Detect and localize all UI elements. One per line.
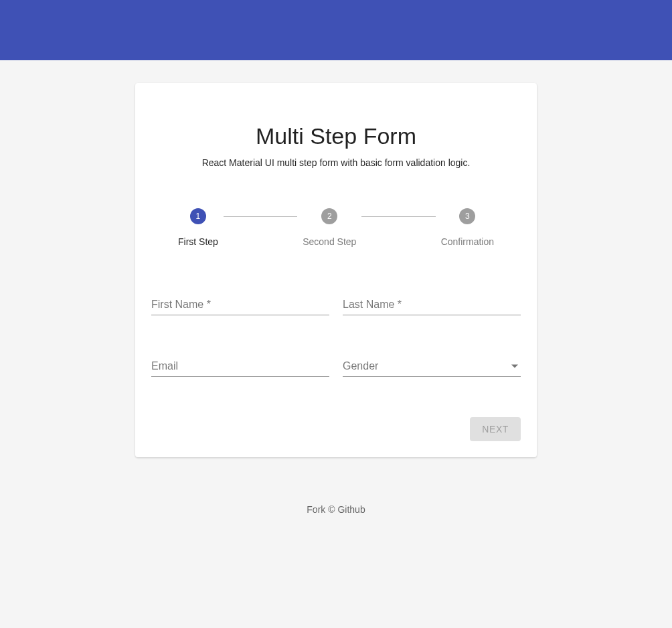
page: Multi Step Form React Material UI multi …	[0, 60, 672, 457]
footer: Fork © Github	[0, 504, 672, 515]
step-circle-1: 1	[190, 208, 206, 224]
stepper: 1 First Step 2 Second Step 3 Confirmatio…	[178, 208, 494, 247]
first-name-input[interactable]	[151, 299, 329, 311]
step-3: 3 Confirmation	[441, 208, 494, 247]
step-connector	[361, 216, 435, 217]
page-subtitle: React Material UI multi step form with b…	[151, 157, 521, 168]
step-circle-2: 2	[321, 208, 337, 224]
next-button[interactable]: Next	[470, 417, 521, 441]
step-label-3: Confirmation	[441, 236, 494, 247]
form-grid: First Name * Last Name * Email Gender	[151, 294, 521, 377]
step-label-2: Second Step	[303, 236, 356, 247]
dropdown-icon	[511, 359, 518, 371]
step-connector	[224, 216, 297, 217]
email-field[interactable]: Email	[151, 356, 329, 377]
step-circle-3: 3	[459, 208, 475, 224]
app-bar	[0, 0, 672, 60]
step-2: 2 Second Step	[303, 208, 356, 247]
gender-field[interactable]: Gender	[343, 356, 521, 377]
copyright-symbol: ©	[328, 504, 335, 515]
last-name-input[interactable]	[343, 299, 521, 311]
page-title: Multi Step Form	[151, 123, 521, 149]
github-link[interactable]: Github	[337, 504, 365, 515]
first-name-field[interactable]: First Name *	[151, 294, 329, 315]
step-1: 1 First Step	[178, 208, 218, 247]
gender-label: Gender	[343, 360, 378, 372]
form-actions: Next	[151, 417, 521, 441]
form-card: Multi Step Form React Material UI multi …	[135, 83, 537, 457]
fork-link[interactable]: Fork	[307, 504, 325, 515]
step-label-1: First Step	[178, 236, 218, 247]
email-input[interactable]	[151, 361, 329, 373]
last-name-field[interactable]: Last Name *	[343, 294, 521, 315]
